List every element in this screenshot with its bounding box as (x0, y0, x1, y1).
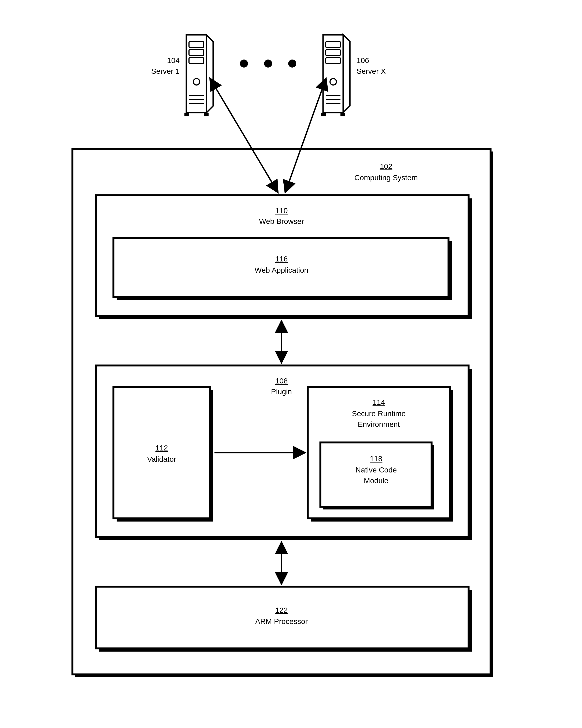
server-x-icon (321, 35, 350, 116)
validator-box (113, 387, 210, 518)
svg-rect-10 (326, 50, 341, 55)
svg-rect-2 (189, 58, 204, 63)
svg-rect-7 (184, 113, 189, 116)
server-1-icon (184, 35, 213, 116)
svg-point-3 (193, 79, 200, 85)
svg-point-12 (330, 79, 337, 85)
browser-label: Web Browser (259, 217, 304, 226)
sre-label2: Environment (358, 420, 400, 428)
server-x-label: Server X (356, 67, 386, 75)
ncm-box (320, 442, 432, 507)
validator-label: Validator (147, 455, 176, 463)
ellipsis-dot (240, 59, 248, 68)
computing-label: Computing System (354, 174, 418, 182)
svg-rect-9 (326, 42, 341, 48)
svg-rect-8 (204, 113, 209, 116)
svg-rect-11 (326, 58, 341, 63)
server-1-label: Server 1 (151, 67, 180, 75)
ncm-num: 118 (370, 454, 382, 463)
ellipsis-dot (264, 59, 272, 68)
sre-label1: Secure Runtime (352, 410, 406, 418)
arm-num: 122 (275, 606, 288, 614)
ellipsis-dot (288, 59, 296, 68)
diagram-root: 104 Server 1 106 Server X 102 Computing … (0, 0, 582, 728)
webapp-label: Web Application (255, 266, 308, 274)
webapp-num: 116 (275, 255, 288, 263)
computing-num: 102 (380, 162, 393, 171)
browser-num: 110 (275, 206, 288, 215)
svg-rect-0 (189, 42, 204, 48)
ncm-label1: Native Code (355, 466, 397, 474)
arm-label: ARM Processor (255, 617, 308, 626)
ncm-label2: Module (364, 476, 389, 485)
svg-rect-17 (341, 113, 345, 116)
sre-num: 114 (373, 398, 385, 407)
server-x-num: 106 (356, 56, 369, 64)
plugin-num: 108 (275, 377, 288, 385)
svg-rect-16 (321, 113, 326, 116)
plugin-label: Plugin (271, 387, 292, 396)
server-1-num: 104 (167, 56, 180, 64)
validator-num: 112 (156, 444, 168, 452)
svg-rect-1 (189, 50, 204, 55)
